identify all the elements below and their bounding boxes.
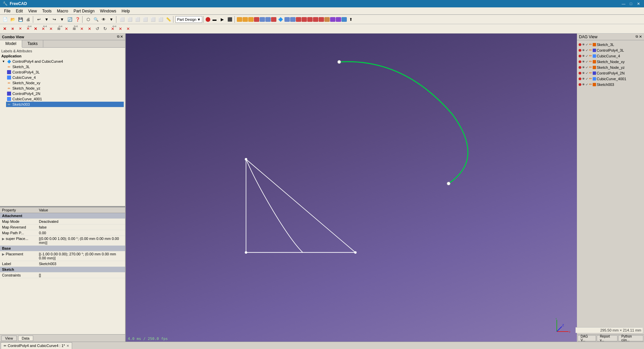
dag-vis2-sketch3l[interactable]: ✓ <box>586 43 588 46</box>
menu-item-windows[interactable]: Windows <box>97 8 119 14</box>
sketch-tool-14[interactable]: ↻ <box>101 25 109 33</box>
sketch-tool-11[interactable]: ✕ <box>78 25 86 33</box>
shape-4[interactable] <box>254 17 259 22</box>
shape-13[interactable] <box>307 17 313 22</box>
menu-item-part design[interactable]: Part Design <box>71 8 97 14</box>
shape-18[interactable] <box>336 17 341 22</box>
undo-dropdown[interactable]: ▼ <box>43 16 50 23</box>
dag-item-cubiccurve4[interactable]: 👁 ✓ ✏ CubicCurve_4 <box>578 53 643 59</box>
menu-item-macro[interactable]: Macro <box>54 8 71 14</box>
combo-float-button[interactable]: ⧉ <box>117 35 119 39</box>
dag-bottom-tab-dag[interactable]: DAG V... <box>578 335 596 341</box>
tree-item-controlpoly4_2n[interactable]: ControlPoly4_2N <box>6 91 124 96</box>
data-tab[interactable]: Data <box>18 336 33 341</box>
view-menu-button[interactable]: 👁 <box>100 16 107 23</box>
undo-button[interactable]: ↩ <box>35 16 43 23</box>
menu-item-help[interactable]: Help <box>119 8 133 14</box>
super-place-expand[interactable]: ▶ <box>2 237 5 241</box>
dag-eye-controlpoly4_2n[interactable]: 👁 <box>582 71 585 75</box>
shape-19[interactable] <box>341 17 347 22</box>
perspective-button[interactable]: ⬡ <box>85 16 92 23</box>
shape-1[interactable] <box>237 17 242 22</box>
menu-item-edit[interactable]: Edit <box>13 8 25 14</box>
sketch-tool-8-wrap[interactable]: ≋ 4×4 <box>55 25 62 33</box>
viewport-tab-close[interactable]: ✕ <box>66 344 69 348</box>
dag-eye-controlpoly3l[interactable]: 👁 <box>582 49 585 52</box>
tree-item-sketch_node_yz[interactable]: ✏ Sketch_Node_yz <box>6 86 124 91</box>
sketch-tool-7[interactable]: ✕ <box>47 25 55 33</box>
sketch-tool-1[interactable]: ✕ <box>1 25 8 33</box>
shape-5[interactable] <box>260 17 265 22</box>
shape-17[interactable] <box>330 17 335 22</box>
view-dropdown[interactable]: ▼ <box>108 16 115 23</box>
tree-root-item[interactable]: ▼ 🔷 ControlPoly4 and CubicCurve4 <box>1 59 124 64</box>
dag-vis2-sketch_node_xy[interactable]: ✓ <box>586 60 588 63</box>
dag-close-button[interactable]: ✕ <box>639 35 642 39</box>
combo-close-button[interactable]: ✕ <box>120 35 123 39</box>
tree-item-sketch003[interactable]: ✏ Sketch003 <box>6 102 124 107</box>
print-button[interactable]: 🖨 <box>24 16 32 23</box>
ortho-button[interactable]: ⬜ <box>157 16 164 23</box>
workbench-dropdown[interactable]: Part Design ▼ <box>175 16 202 23</box>
iso-view-button[interactable]: ⬜ <box>149 16 157 23</box>
dag-item-controlpoly3l[interactable]: 👁 ✓ ✏ ControlPoly4_3L <box>578 47 643 53</box>
dag-eye-cubiccurve4[interactable]: 👁 <box>582 54 585 58</box>
help-button[interactable]: ❓ <box>74 16 81 23</box>
minimize-button[interactable]: — <box>621 1 627 7</box>
export-button[interactable]: ⬆ <box>347 16 355 23</box>
view-tab[interactable]: View <box>1 336 17 341</box>
sketch-tool-17[interactable]: ✕ <box>124 25 132 33</box>
front-view-button[interactable]: ⬜ <box>126 16 133 23</box>
shape-7[interactable] <box>271 17 276 22</box>
dag-vis2-controlpoly4_2n[interactable]: ✓ <box>586 71 588 75</box>
shape-16[interactable] <box>324 17 330 22</box>
home-view-button[interactable]: ⬜ <box>118 16 126 23</box>
shape-14[interactable] <box>313 17 318 22</box>
right-view-button[interactable]: ⬜ <box>142 16 149 23</box>
tab-model[interactable]: Model <box>0 40 22 48</box>
dag-eye-cubiccurve4001[interactable]: 👁 <box>582 77 585 81</box>
shape-3[interactable] <box>248 17 254 22</box>
dag-item-sketch_node_xy[interactable]: 👁 ✓ ✏ Sketch_Node_xy <box>578 59 643 64</box>
close-button[interactable]: ✕ <box>635 1 641 7</box>
top-view-button[interactable]: ⬜ <box>134 16 141 23</box>
sketch-tool-9[interactable]: ✕ <box>63 25 70 33</box>
shape-8[interactable]: 🔷 <box>277 16 284 23</box>
refresh-button[interactable]: 🔄 <box>66 16 73 23</box>
maximize-button[interactable]: □ <box>628 1 634 7</box>
tree-item-sketch3l[interactable]: ✏ Sketch_3L <box>6 64 124 69</box>
dag-eye-sketch003[interactable]: 👁 <box>582 83 585 86</box>
tab-tasks[interactable]: Tasks <box>22 40 44 47</box>
dag-bottom-tab-python[interactable]: Python con... <box>618 335 643 341</box>
pd-button-4[interactable]: ⬛ <box>226 16 233 23</box>
dag-vis2-controlpoly3l[interactable]: ✓ <box>586 49 588 52</box>
dag-eye-sketch_node_yz[interactable]: 👁 <box>582 66 585 69</box>
redo-button[interactable]: ↪ <box>51 16 58 23</box>
viewport-tab-main[interactable]: ✏ ControlPoly4 and CubicCurve4 : 1* ✕ <box>1 342 72 349</box>
viewport[interactable]: 4.0 ms / 250.0 fps X Y Z <box>126 34 577 342</box>
tree-item-sketch_node_xy[interactable]: ✏ Sketch_Node_xy <box>6 80 124 86</box>
shape-6[interactable] <box>265 17 271 22</box>
tree-item-cubiccurve4001[interactable]: CubicCurve_4001 <box>6 96 124 102</box>
save-file-button[interactable]: 💾 <box>17 16 24 23</box>
sketch-tool-2[interactable]: ⤮ <box>9 25 16 33</box>
dag-item-sketch3l[interactable]: 👁 ✓ ✏ Sketch_3L <box>578 42 643 47</box>
placement-expand[interactable]: ▶ <box>2 252 5 256</box>
sketch-tool-16[interactable]: ✕ <box>117 25 124 33</box>
shape-11[interactable] <box>296 17 301 22</box>
tree-item-controlpoly4_3l[interactable]: ControlPoly4_3L <box>6 69 124 75</box>
sketch-tool-5[interactable]: ✕ <box>32 25 39 33</box>
dag-vis2-sketch_node_yz[interactable]: ✓ <box>586 66 588 69</box>
pd-button-1[interactable] <box>206 17 210 22</box>
shape-2[interactable] <box>243 17 248 22</box>
sketch-tool-12[interactable]: ✕ <box>86 25 93 33</box>
sketch-tool-13[interactable]: ↺ <box>94 25 101 33</box>
dag-vis2-cubiccurve4[interactable]: ✓ <box>586 54 588 58</box>
redo-dropdown[interactable]: ▼ <box>58 16 66 23</box>
dag-vis2-sketch003[interactable]: ✓ <box>586 83 588 86</box>
sketch-tool-4-wrap[interactable]: ✕ 4×4 <box>24 25 32 33</box>
new-file-button[interactable]: 📄 <box>1 16 9 23</box>
dag-item-sketch003[interactable]: 👁 ✓ ✏ Sketch003 <box>578 82 643 87</box>
dag-float-button[interactable]: ⧉ <box>636 35 638 39</box>
sketch-tool-6-wrap[interactable]: ✕ 4×4 <box>40 25 47 33</box>
